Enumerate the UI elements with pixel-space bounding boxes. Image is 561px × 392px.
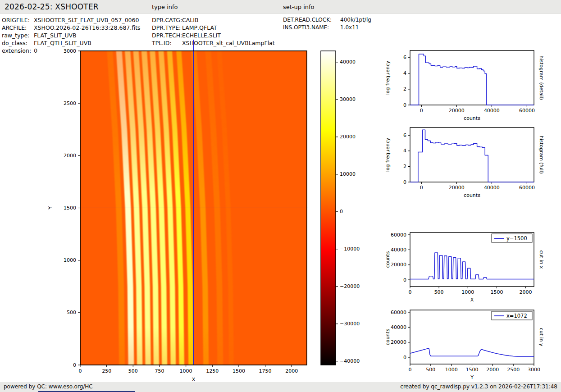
tick-label: 4 xyxy=(403,148,406,154)
tick-label: 250 xyxy=(102,368,111,374)
tick-label: 30000 xyxy=(340,96,356,102)
legend-label: x=1072 xyxy=(506,313,527,319)
tick-label: 0 xyxy=(79,368,82,374)
histogram-full-plot: 02000040000600000246countslog frequencyh… xyxy=(385,128,544,198)
tick-label: 1000 xyxy=(445,367,458,373)
tick-label: 500 xyxy=(67,310,76,315)
tick-label: 0 xyxy=(340,209,343,214)
tick-label: 1000 xyxy=(180,368,192,374)
tick-label: 6 xyxy=(403,55,406,60)
tick-label: 40000 xyxy=(484,108,500,114)
tick-label: 20000 xyxy=(340,134,356,140)
tick-label: 0 xyxy=(420,108,423,114)
tick-label: 3000 xyxy=(64,48,76,54)
tick-label: 2000 xyxy=(64,153,76,159)
tick-label: 2 xyxy=(403,164,406,169)
tick-label: 6 xyxy=(403,132,406,138)
cut-in-y-plot: 0500100015002000250030000200004000060000… xyxy=(385,310,544,381)
tick-label: 0 xyxy=(73,362,76,368)
tick-label: 1000 xyxy=(461,289,474,295)
tick-label: counts xyxy=(464,192,480,198)
tick-label: −30000 xyxy=(340,321,360,327)
histogram-detail-plot: 02000040000600000246countslog frequencyh… xyxy=(385,50,544,121)
tick-label: 20000 xyxy=(449,108,465,114)
y-axis-label: counts xyxy=(385,251,391,268)
tick-label: 2000 xyxy=(285,368,298,374)
tick-label: 3000 xyxy=(528,367,540,373)
tick-label: 0 xyxy=(403,179,406,185)
tick-label: 40000 xyxy=(391,324,406,330)
tick-label: 20000 xyxy=(449,185,465,191)
legend-label: y=1500 xyxy=(506,235,527,242)
tick-label: 0 xyxy=(409,289,412,295)
tick-label: X xyxy=(470,297,474,303)
colorbar-gradient xyxy=(321,51,336,365)
tick-label: 0 xyxy=(403,277,406,283)
panel-side-label: cut in x xyxy=(538,251,544,269)
y-axis-label: log frequency xyxy=(385,137,391,172)
tick-label: 2500 xyxy=(64,100,76,106)
tick-label: 40000 xyxy=(340,59,356,65)
tick-label: 60000 xyxy=(519,185,535,191)
tick-label: 2000 xyxy=(520,289,532,295)
plot-frame xyxy=(410,50,534,105)
panel-side-label: cut in y xyxy=(538,328,544,346)
y-axis-label: counts xyxy=(385,328,391,345)
tick-label: 1000 xyxy=(64,257,76,263)
tick-label: 10000 xyxy=(340,171,356,177)
tick-label: 0 xyxy=(403,355,406,360)
tick-label: 500 xyxy=(128,368,138,374)
figure-canvas: 0250500750100012501500175020000500100015… xyxy=(0,0,561,392)
tick-label: 500 xyxy=(434,289,444,295)
tick-label: 0 xyxy=(409,367,412,373)
tick-label: 750 xyxy=(155,368,164,374)
tick-label: 20000 xyxy=(391,339,406,345)
tick-label: 60000 xyxy=(519,108,535,114)
y-axis-label: Y xyxy=(47,206,53,210)
tick-label: 1500 xyxy=(466,367,479,373)
tick-label: 60000 xyxy=(391,310,406,315)
cut-in-x-plot: 05001000150020000200004000060000Xcountsc… xyxy=(385,232,544,303)
colorbar-plot: 400003000020000100000−10000−20000−30000−… xyxy=(321,51,360,365)
tick-label: 40000 xyxy=(391,247,406,253)
tick-label: 1500 xyxy=(233,368,245,374)
tick-label: 2 xyxy=(403,86,406,92)
tick-label: 0 xyxy=(403,102,406,108)
tick-label: 1250 xyxy=(206,368,219,374)
footer-created-by: created by qc_rawdisp.py v1.2.3 on 2026-… xyxy=(400,383,557,390)
tick-label: 0 xyxy=(420,185,423,191)
panel-side-label: histogram (full) xyxy=(538,136,544,174)
main-image-plot: 0250500750100012501500175020000500100015… xyxy=(47,40,308,383)
tick-label: 1500 xyxy=(490,289,503,295)
tick-label: 1500 xyxy=(64,205,76,211)
tick-label: 60000 xyxy=(391,232,406,238)
tick-label: 500 xyxy=(426,367,435,373)
y-axis-label: log frequency xyxy=(385,60,391,95)
tick-label: −40000 xyxy=(340,358,360,364)
tick-label: 40000 xyxy=(484,185,500,191)
tick-label: counts xyxy=(464,115,480,121)
tick-label: 2000 xyxy=(486,367,499,373)
tick-label: 1750 xyxy=(259,368,272,374)
panel-side-label: histogram (detail) xyxy=(538,55,544,100)
footer-powered-by: powered by QC: www.eso.org/HC xyxy=(4,383,93,390)
plot-frame xyxy=(410,128,534,182)
tick-label: Y xyxy=(470,374,474,380)
tick-label: 20000 xyxy=(391,262,406,268)
tick-label: −10000 xyxy=(340,246,360,252)
tick-label: −20000 xyxy=(340,283,360,289)
tick-label: 2500 xyxy=(507,367,520,373)
tick-label: 4 xyxy=(403,70,406,76)
